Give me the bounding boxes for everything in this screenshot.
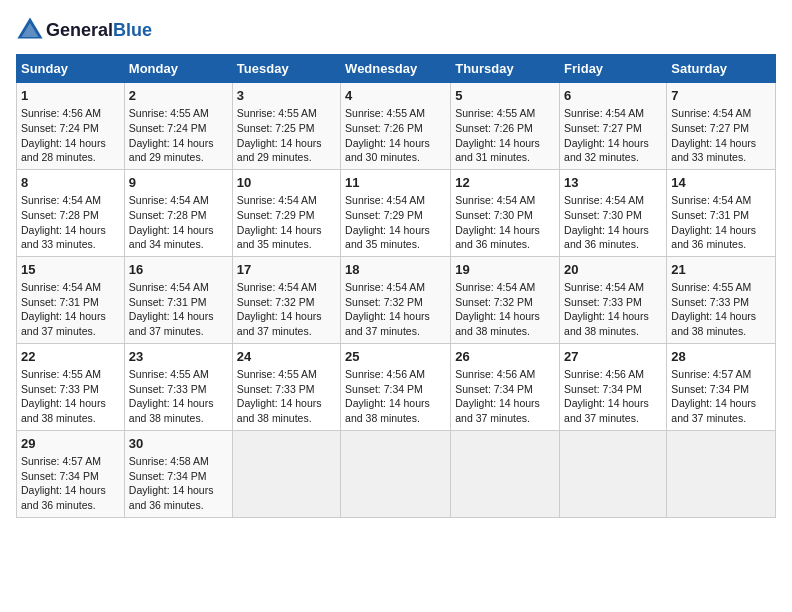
cell-line: Daylight: 14 hours [237,396,336,411]
day-number: 9 [129,174,228,192]
calendar-cell: 28Sunrise: 4:57 AMSunset: 7:34 PMDayligh… [667,343,776,430]
cell-line: Sunrise: 4:55 AM [21,367,120,382]
cell-line: Daylight: 14 hours [237,223,336,238]
cell-line: and 38 minutes. [455,324,555,339]
day-number: 12 [455,174,555,192]
calendar-cell: 12Sunrise: 4:54 AMSunset: 7:30 PMDayligh… [451,169,560,256]
calendar-cell [451,430,560,517]
cell-line: Sunset: 7:34 PM [345,382,446,397]
cell-line: Sunrise: 4:54 AM [564,193,662,208]
cell-line: Sunset: 7:34 PM [455,382,555,397]
day-number: 4 [345,87,446,105]
cell-line: and 37 minutes. [671,411,771,426]
cell-line: Sunset: 7:33 PM [237,382,336,397]
calendar-cell: 11Sunrise: 4:54 AMSunset: 7:29 PMDayligh… [341,169,451,256]
day-number: 19 [455,261,555,279]
cell-line: and 34 minutes. [129,237,228,252]
cell-line: Sunrise: 4:54 AM [129,193,228,208]
cell-line: Daylight: 14 hours [129,309,228,324]
cell-line: Sunset: 7:28 PM [21,208,120,223]
logo-text: GeneralBlue [46,20,152,41]
cell-line: Sunrise: 4:54 AM [345,280,446,295]
cell-line: and 31 minutes. [455,150,555,165]
day-number: 13 [564,174,662,192]
calendar-cell: 30Sunrise: 4:58 AMSunset: 7:34 PMDayligh… [124,430,232,517]
weekday-header: Thursday [451,55,560,83]
cell-line: Sunrise: 4:56 AM [345,367,446,382]
cell-line: Sunrise: 4:54 AM [237,193,336,208]
calendar-row: 1Sunrise: 4:56 AMSunset: 7:24 PMDaylight… [17,83,776,170]
cell-line: and 30 minutes. [345,150,446,165]
cell-line: Sunset: 7:33 PM [129,382,228,397]
day-number: 11 [345,174,446,192]
cell-line: Sunset: 7:27 PM [671,121,771,136]
logo-icon [16,16,44,44]
cell-line: Daylight: 14 hours [129,483,228,498]
cell-line: Daylight: 14 hours [345,136,446,151]
calendar-cell: 26Sunrise: 4:56 AMSunset: 7:34 PMDayligh… [451,343,560,430]
cell-line: Sunrise: 4:55 AM [455,106,555,121]
day-number: 21 [671,261,771,279]
calendar-cell: 21Sunrise: 4:55 AMSunset: 7:33 PMDayligh… [667,256,776,343]
cell-line: Sunrise: 4:56 AM [564,367,662,382]
cell-line: Sunrise: 4:54 AM [345,193,446,208]
calendar-cell: 3Sunrise: 4:55 AMSunset: 7:25 PMDaylight… [232,83,340,170]
cell-line: Sunset: 7:31 PM [129,295,228,310]
cell-line: Sunset: 7:30 PM [455,208,555,223]
cell-line: and 37 minutes. [129,324,228,339]
cell-line: Sunrise: 4:55 AM [129,367,228,382]
cell-line: Sunrise: 4:56 AM [455,367,555,382]
cell-line: Daylight: 14 hours [237,136,336,151]
cell-line: Sunset: 7:28 PM [129,208,228,223]
cell-line: Sunset: 7:27 PM [564,121,662,136]
cell-line: Sunset: 7:32 PM [345,295,446,310]
cell-line: Daylight: 14 hours [455,309,555,324]
cell-line: Sunrise: 4:54 AM [21,193,120,208]
cell-line: and 36 minutes. [671,237,771,252]
cell-line: Daylight: 14 hours [129,136,228,151]
cell-line: Sunset: 7:31 PM [21,295,120,310]
day-number: 22 [21,348,120,366]
cell-line: Sunset: 7:34 PM [21,469,120,484]
calendar-cell: 23Sunrise: 4:55 AMSunset: 7:33 PMDayligh… [124,343,232,430]
cell-line: Sunset: 7:34 PM [129,469,228,484]
cell-line: Sunrise: 4:54 AM [564,280,662,295]
calendar-row: 22Sunrise: 4:55 AMSunset: 7:33 PMDayligh… [17,343,776,430]
day-number: 30 [129,435,228,453]
calendar-cell [341,430,451,517]
cell-line: and 37 minutes. [237,324,336,339]
day-number: 1 [21,87,120,105]
day-number: 6 [564,87,662,105]
cell-line: Sunrise: 4:54 AM [455,280,555,295]
day-number: 16 [129,261,228,279]
cell-line: Daylight: 14 hours [129,223,228,238]
weekday-header: Friday [560,55,667,83]
calendar-cell: 17Sunrise: 4:54 AMSunset: 7:32 PMDayligh… [232,256,340,343]
day-number: 18 [345,261,446,279]
logo: GeneralBlue [16,16,152,44]
cell-line: Sunset: 7:32 PM [455,295,555,310]
calendar-cell: 5Sunrise: 4:55 AMSunset: 7:26 PMDaylight… [451,83,560,170]
calendar-cell: 2Sunrise: 4:55 AMSunset: 7:24 PMDaylight… [124,83,232,170]
weekday-header: Saturday [667,55,776,83]
cell-line: Sunrise: 4:55 AM [237,106,336,121]
calendar-cell: 10Sunrise: 4:54 AMSunset: 7:29 PMDayligh… [232,169,340,256]
day-number: 3 [237,87,336,105]
calendar-cell: 18Sunrise: 4:54 AMSunset: 7:32 PMDayligh… [341,256,451,343]
cell-line: Daylight: 14 hours [564,309,662,324]
cell-line: Sunset: 7:24 PM [21,121,120,136]
cell-line: and 38 minutes. [345,411,446,426]
day-number: 7 [671,87,771,105]
cell-line: Sunrise: 4:57 AM [21,454,120,469]
cell-line: Sunset: 7:24 PM [129,121,228,136]
calendar-header-row: SundayMondayTuesdayWednesdayThursdayFrid… [17,55,776,83]
day-number: 25 [345,348,446,366]
cell-line: and 38 minutes. [671,324,771,339]
day-number: 20 [564,261,662,279]
cell-line: Sunset: 7:29 PM [345,208,446,223]
cell-line: Sunrise: 4:57 AM [671,367,771,382]
cell-line: and 36 minutes. [455,237,555,252]
calendar-cell: 24Sunrise: 4:55 AMSunset: 7:33 PMDayligh… [232,343,340,430]
calendar-cell: 8Sunrise: 4:54 AMSunset: 7:28 PMDaylight… [17,169,125,256]
day-number: 27 [564,348,662,366]
